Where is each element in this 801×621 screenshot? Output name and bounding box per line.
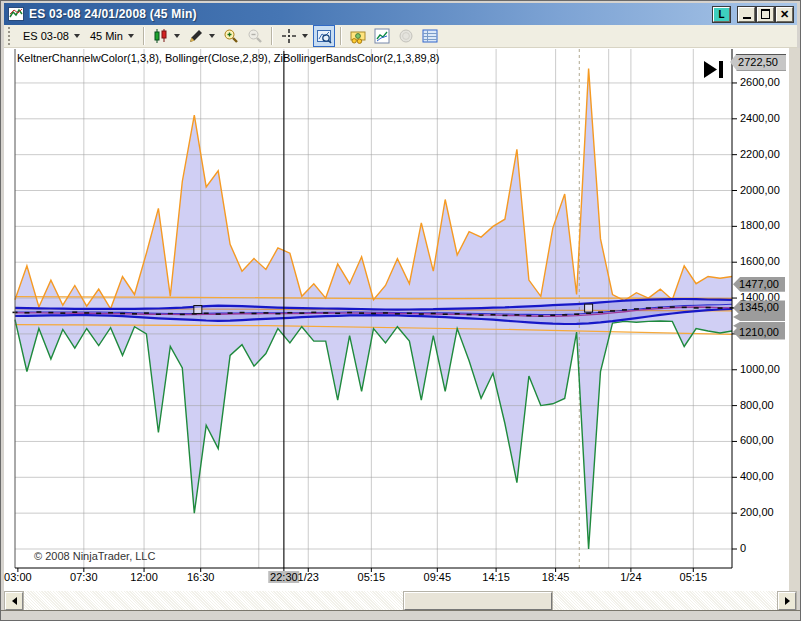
y-axis-tick-label: 2600,00 (740, 76, 780, 88)
maximize-icon (761, 9, 770, 19)
y-axis-tick-label: 400,00 (740, 470, 774, 482)
x-axis-label: 03:00 (4, 571, 32, 583)
window-frame-bottom (1, 610, 800, 620)
x-axis-label: 14:15 (482, 571, 510, 583)
zoom-in-icon (223, 28, 239, 44)
chevron-down-icon (74, 34, 80, 38)
x-axis-label: 05:15 (680, 571, 708, 583)
chevron-down-icon (302, 34, 308, 38)
grid-icon (422, 28, 438, 44)
interval-selector[interactable]: 45 Min (86, 28, 138, 44)
y-axis-tick-label: 200,00 (740, 506, 774, 518)
toolbar-separator (340, 27, 342, 45)
y-axis-tick-label: 1800,00 (740, 219, 780, 231)
ninjatrader-chart-window: ES 03-08 24/01/2008 (45 Min) L ✕ ES 03-0… (0, 0, 801, 621)
chevron-down-icon (209, 34, 215, 38)
drawing-tools-button[interactable] (185, 25, 218, 47)
go-to-end-icon[interactable] (702, 58, 726, 82)
price-tag: 1345,00 (733, 300, 785, 315)
x-axis-label: 1/24 (620, 571, 641, 583)
price-tag: 1210,00 (733, 325, 785, 340)
zoom-in-button[interactable] (220, 25, 242, 47)
y-axis-tick-label: 2400,00 (740, 112, 780, 124)
price-tag: 1477,00 (733, 277, 785, 292)
account-money-button[interactable] (347, 25, 369, 47)
toolbar-grip[interactable] (8, 27, 13, 45)
money-icon (350, 28, 366, 44)
minimize-button[interactable] (738, 7, 755, 22)
x-axis-label: 18:45 (542, 571, 570, 583)
coin-icon (398, 28, 414, 44)
y-axis-tick-label: 0 (740, 542, 746, 554)
y-axis-tick-label: 600,00 (740, 434, 774, 446)
pen-icon (188, 28, 204, 44)
toolbar: ES 03-08 45 Min (4, 25, 797, 48)
y-axis-tick-label: 2200,00 (740, 148, 780, 160)
crosshair-icon (281, 28, 297, 44)
zoom-out-button (244, 25, 266, 47)
minimize-icon (743, 17, 751, 19)
chevron-down-icon (128, 34, 134, 38)
candles-icon (153, 28, 169, 44)
window-title: ES 03-08 24/01/2008 (45 Min) (29, 7, 711, 21)
maximize-button[interactable] (757, 7, 774, 22)
toolbar-separator (271, 27, 273, 45)
chart-window-icon (8, 6, 24, 22)
x-axis-label: 05:15 (358, 571, 386, 583)
horizontal-scrollbar[interactable] (4, 591, 797, 612)
cursor-mode-button[interactable] (278, 25, 311, 47)
right-panel-strip (788, 48, 800, 591)
scroll-right-button[interactable] (778, 592, 796, 610)
minichart-icon (374, 28, 390, 44)
coin-button (395, 25, 417, 47)
scale-top-marker: 2722,50 (730, 54, 786, 71)
close-button[interactable]: ✕ (776, 7, 793, 22)
chevron-down-icon (174, 34, 180, 38)
zoom-out-icon (247, 28, 263, 44)
toolbar-separator (143, 27, 145, 45)
instrument-selector[interactable]: ES 03-08 (19, 28, 84, 44)
region-zoom-button[interactable] (313, 25, 335, 47)
x-axis-label: 1/23 (298, 571, 319, 583)
arrow-left-icon (12, 597, 17, 605)
titlebar[interactable]: ES 03-08 24/01/2008 (45 Min) L ✕ (4, 3, 797, 25)
scrollbar-thumb[interactable] (404, 592, 552, 610)
chart-window-button[interactable] (371, 25, 393, 47)
region-icon (316, 28, 332, 44)
indicator-label: KeltnerChannelwColor(1,3,8), Bollinger(C… (17, 52, 440, 64)
y-axis-tick-label: 1600,00 (740, 255, 780, 267)
x-axis-label: 09:45 (424, 571, 452, 583)
close-icon: ✕ (780, 9, 789, 20)
scroll-left-button[interactable] (5, 592, 23, 610)
y-axis-tick-label: 2000,00 (740, 184, 780, 196)
x-axis-label: 12:00 (130, 571, 158, 583)
copyright-text: © 2008 NinjaTrader, LLC (34, 550, 155, 562)
arrow-right-icon (785, 597, 790, 605)
data-grid-button[interactable] (419, 25, 441, 47)
link-button[interactable]: L (713, 7, 730, 22)
chart-panel (4, 48, 799, 591)
x-axis-label: 16:30 (187, 571, 215, 583)
x-axis-label: 22:30 (268, 571, 300, 583)
x-axis-label: 07:30 (70, 571, 98, 583)
y-axis-tick-label: 1000,00 (740, 363, 780, 375)
chart-style-button[interactable] (150, 25, 183, 47)
y-axis-tick-label: 800,00 (740, 399, 774, 411)
